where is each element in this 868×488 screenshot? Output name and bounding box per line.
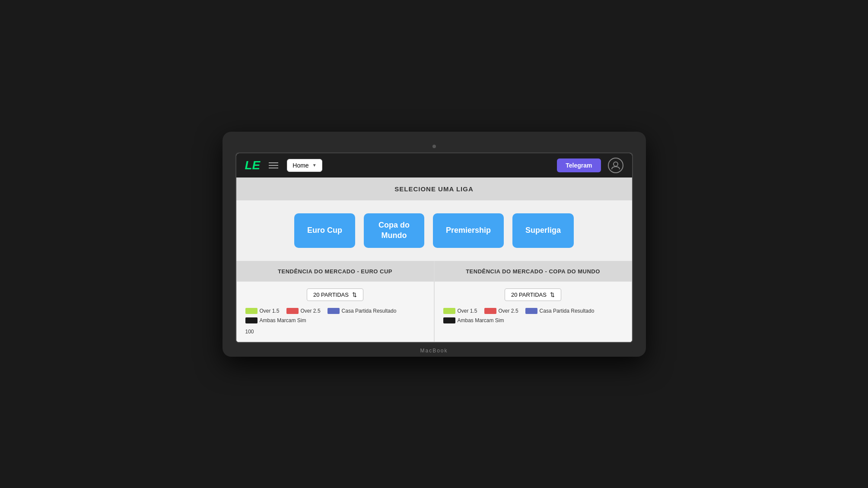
legend-color-ambas-copa — [443, 317, 455, 323]
partidas-arrow-euro-cup: ⇅ — [352, 292, 357, 298]
legend-color-ambas-euro — [245, 317, 258, 323]
hamburger-menu-icon[interactable] — [267, 161, 280, 170]
legend-item-over25-copa: Over 2.5 — [484, 308, 518, 314]
league-button-superliga[interactable]: Superliga — [512, 213, 574, 248]
legend-color-over25-euro — [286, 308, 299, 314]
laptop-bottom: MacBook — [235, 345, 633, 357]
nav-dropdown-label: Home — [293, 162, 308, 169]
legend-color-casa-euro — [327, 308, 340, 314]
legend-item-ambas-copa: Ambas Marcam Sim — [443, 317, 504, 323]
market-panel-copa-body: 20 PARTIDAS ⇅ Over 1.5 Over 2.5 — [435, 282, 632, 336]
user-avatar[interactable] — [608, 158, 623, 173]
legend-item-over15-copa: Over 1.5 — [443, 308, 477, 314]
league-buttons-container: Euro Cup Copa do Mundo Premiership Super… — [236, 200, 632, 261]
legend-label-ambas-copa: Ambas Marcam Sim — [458, 317, 504, 323]
legend-color-over25-copa — [484, 308, 496, 314]
market-panel-euro-cup: TENDÊNCIA DO MERCADO - EURO CUP 20 PARTI… — [236, 261, 434, 342]
legend-label-over15-copa: Over 1.5 — [458, 308, 477, 314]
market-panel-euro-cup-body: 20 PARTIDAS ⇅ Over 1.5 Over 2.5 — [237, 282, 434, 342]
app-logo: LE — [245, 159, 261, 171]
legend-label-casa-copa: Casa Partida Resultado — [540, 308, 595, 314]
chart-value-euro: 100 — [245, 329, 254, 335]
partidas-select-euro-cup: 20 PARTIDAS ⇅ — [245, 288, 425, 301]
legend-item-ambas-euro: Ambas Marcam Sim — [245, 317, 306, 323]
nav-dropdown[interactable]: Home ▼ — [287, 159, 322, 172]
partidas-arrow-copa: ⇅ — [550, 292, 555, 298]
market-panel-euro-cup-header: TENDÊNCIA DO MERCADO - EURO CUP — [237, 261, 434, 282]
legend-label-over15-euro: Over 1.5 — [260, 308, 280, 314]
market-sections: TENDÊNCIA DO MERCADO - EURO CUP 20 PARTI… — [236, 261, 632, 342]
legend-label-casa-euro: Casa Partida Resultado — [342, 308, 397, 314]
league-button-euro-cup[interactable]: Euro Cup — [294, 213, 355, 248]
legend-item-over25-euro: Over 2.5 — [286, 308, 321, 314]
league-button-copa-do-mundo[interactable]: Copa do Mundo — [364, 213, 424, 248]
legend-label-over25-copa: Over 2.5 — [499, 308, 518, 314]
banner-title: SELECIONE UMA LIGA — [394, 185, 473, 193]
chart-area-euro: 100 — [245, 329, 425, 335]
market-panel-copa: TENDÊNCIA DO MERCADO - COPA DO MUNDO 20 … — [434, 261, 632, 342]
legend-color-over15-copa — [443, 308, 455, 314]
legend-item-casa-copa: Casa Partida Resultado — [525, 308, 595, 314]
partidas-dropdown-copa[interactable]: 20 PARTIDAS ⇅ — [505, 288, 561, 301]
legend-copa: Over 1.5 Over 2.5 Casa Partida Resultado — [443, 308, 623, 323]
avatar-icon — [611, 161, 620, 170]
legend-label-ambas-euro: Ambas Marcam Sim — [260, 317, 306, 323]
partidas-dropdown-euro-cup[interactable]: 20 PARTIDAS ⇅ — [307, 288, 363, 301]
chevron-down-icon: ▼ — [312, 163, 317, 168]
legend-item-over15-euro: Over 1.5 — [245, 308, 280, 314]
partidas-label-euro-cup: 20 PARTIDAS — [313, 292, 349, 298]
laptop-brand-label: MacBook — [420, 348, 448, 354]
legend-color-over15-euro — [245, 308, 258, 314]
telegram-button[interactable]: Telegram — [557, 158, 601, 172]
app-content: SELECIONE UMA LIGA Euro Cup Copa do Mund… — [236, 177, 632, 342]
laptop-screen: LE Home ▼ Telegram SELECIONE U — [235, 152, 633, 343]
legend-item-casa-euro: Casa Partida Resultado — [327, 308, 397, 314]
legend-euro-cup: Over 1.5 Over 2.5 Casa Partida Resultado — [245, 308, 425, 323]
partidas-label-copa: 20 PARTIDAS — [511, 292, 547, 298]
laptop-camera — [432, 145, 436, 148]
laptop-frame: LE Home ▼ Telegram SELECIONE U — [223, 132, 646, 357]
legend-label-over25-euro: Over 2.5 — [301, 308, 321, 314]
partidas-select-copa: 20 PARTIDAS ⇅ — [443, 288, 623, 301]
app-header: LE Home ▼ Telegram — [236, 153, 632, 177]
league-banner: SELECIONE UMA LIGA — [236, 177, 632, 200]
market-panel-copa-header: TENDÊNCIA DO MERCADO - COPA DO MUNDO — [435, 261, 632, 282]
svg-point-0 — [614, 162, 618, 166]
legend-color-casa-copa — [525, 308, 537, 314]
league-button-premiership[interactable]: Premiership — [433, 213, 504, 248]
